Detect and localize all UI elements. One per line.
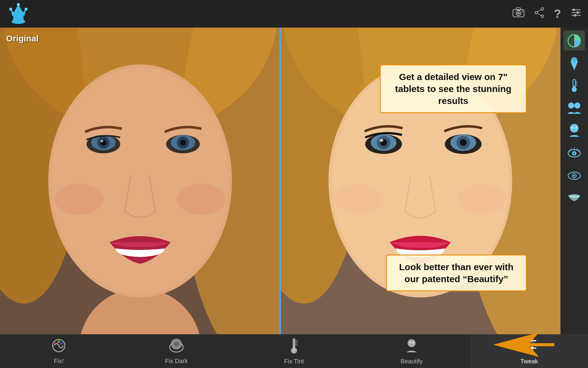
svg-point-5 [24,8,28,11]
svg-line-75 [571,148,571,151]
fix-icon [51,338,67,356]
svg-point-97 [409,342,411,343]
svg-marker-106 [493,332,554,357]
arrow-indicator [493,329,554,365]
sidebar-color-icon[interactable] [564,31,585,51]
svg-point-98 [412,342,414,343]
svg-point-3 [17,3,20,6]
svg-point-67 [574,102,580,109]
svg-point-89 [174,342,179,347]
svg-rect-1 [13,16,24,21]
bottom-toolbar: Fix! Fix Dark Fix Tint [0,334,588,368]
svg-point-85 [60,342,63,345]
svg-point-69 [571,127,573,128]
svg-point-96 [408,339,416,347]
sidebar-pin-icon[interactable] [564,53,585,73]
svg-point-50 [380,139,383,142]
sidebar-lips-icon[interactable] [564,187,585,207]
svg-point-10 [522,10,523,12]
svg-point-20 [576,11,579,14]
svg-point-12 [541,15,544,17]
fix-dark-label: Fix Dark [165,358,188,365]
sidebar-face-icon[interactable] [564,120,585,140]
svg-point-39 [180,140,186,146]
tooltip-beautify: Look better than ever with our patented … [386,255,527,291]
svg-point-66 [568,102,574,109]
svg-point-70 [575,127,577,128]
svg-line-15 [537,13,541,16]
right-sidebar [560,28,588,334]
top-bar: ? [0,0,588,28]
fix-tint-label: Fix Tint [284,358,304,365]
fix-tint-icon [288,338,300,357]
svg-point-56 [460,139,467,146]
sidebar-thermometer-icon[interactable] [564,75,585,95]
svg-point-68 [570,124,579,132]
sidebar-eye-lash-icon[interactable] [564,143,585,163]
svg-point-84 [58,340,60,343]
svg-point-4 [9,8,12,11]
svg-line-77 [577,148,577,151]
svg-point-35 [177,184,226,215]
fix-tool[interactable]: Fix! [0,334,118,368]
sidebar-eye2-icon[interactable] [564,165,585,185]
svg-line-14 [537,10,541,12]
fix-tint-tool[interactable]: Fix Tint [235,334,353,368]
app-logo[interactable] [6,2,31,26]
svg-point-52 [457,184,506,215]
tooltip2-text: Look better than ever with our patented … [394,261,518,285]
svg-point-13 [535,11,537,14]
beautify-label: Beautify [401,358,423,365]
fix-dark-icon [168,338,185,356]
tooltip1-text: Get a detailed view on 7" tablets to see… [388,71,518,107]
camera-button[interactable] [512,7,525,21]
svg-marker-2 [11,5,26,16]
svg-point-11 [541,8,544,10]
fix-label: Fix! [54,358,64,365]
image-container: Original Get a detailed view on 7" table… [0,28,560,334]
svg-rect-92 [293,346,295,351]
svg-point-73 [573,152,575,154]
main-area: Original Get a detailed view on 7" table… [0,28,560,334]
fix-dark-tool[interactable]: Fix Dark [118,334,235,368]
original-label: Original [6,34,39,44]
svg-point-21 [574,14,576,17]
settings-button[interactable] [570,7,582,21]
svg-point-83 [55,342,57,345]
svg-rect-59 [573,57,575,59]
sidebar-faces-icon[interactable] [564,98,585,118]
beautify-icon [404,338,420,357]
svg-rect-62 [574,86,575,90]
beautify-tool[interactable]: Beautify [353,334,470,368]
svg-point-8 [517,12,520,14]
svg-point-34 [55,184,104,215]
svg-point-81 [573,175,575,177]
help-button[interactable]: ? [554,7,561,21]
tooltip-detail-view: Get a detailed view on 7" tablets to see… [380,64,527,113]
top-bar-right: ? [512,7,582,21]
svg-point-33 [100,140,104,142]
share-button[interactable] [534,7,545,21]
svg-point-51 [335,184,384,215]
image-divider [280,28,281,334]
left-half-original [0,28,280,334]
svg-point-19 [573,9,575,11]
